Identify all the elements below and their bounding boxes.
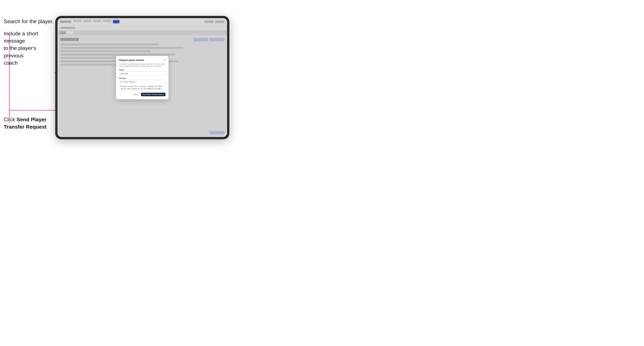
- message-textarea[interactable]: Hi Coach McHarg, Please accept this tran…: [119, 80, 166, 90]
- modal-overlay: Request player transfer ✕ If the player …: [58, 18, 227, 137]
- modal-close-button[interactable]: ✕: [163, 59, 166, 61]
- request-transfer-modal: Request player transfer ✕ If the player …: [116, 56, 168, 99]
- ipad-screen: Request player transfer ✕ If the player …: [58, 18, 227, 137]
- annotation-search-text: Search for the player.: [4, 18, 54, 25]
- cancel-button[interactable]: Cancel: [132, 93, 140, 96]
- ipad-device: Request player transfer ✕ If the player …: [55, 16, 229, 139]
- modal-description: If the player is transferring from anoth…: [119, 63, 166, 67]
- annotation-click-text: Click Send Player Transfer Request: [4, 116, 56, 131]
- send-transfer-button[interactable]: Send Player Transfer Request: [141, 93, 166, 96]
- message-label: Message: [119, 77, 166, 79]
- modal-footer: Cancel Send Player Transfer Request: [119, 93, 166, 96]
- player-input[interactable]: [119, 72, 166, 76]
- modal-title: Request player transfer: [119, 59, 144, 61]
- modal-header: Request player transfer ✕: [119, 59, 166, 61]
- annotation-message-text: Include a short message to the player's …: [4, 30, 52, 67]
- player-label: Player: [119, 69, 166, 71]
